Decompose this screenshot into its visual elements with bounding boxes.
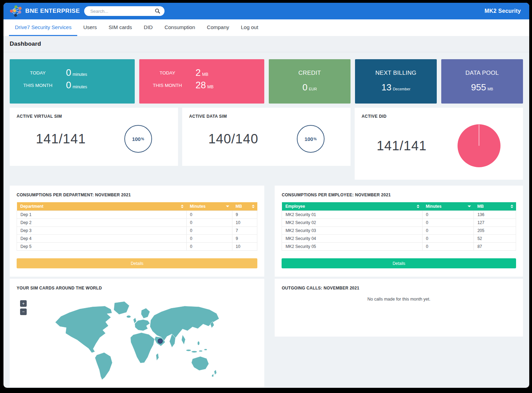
card-credit: CREDIT 0EUR	[269, 59, 351, 104]
brand-logo-icon	[9, 5, 22, 17]
credit-label: CREDIT	[269, 70, 351, 77]
world-map[interactable]: + −	[17, 295, 257, 384]
minutes-today-label: TODAY	[10, 70, 66, 75]
account-name[interactable]: MK2 Security	[485, 8, 521, 14]
data-sim-percent: 100	[304, 136, 313, 142]
pool-label: DATA POOL	[441, 70, 523, 77]
sim-location-marker[interactable]	[158, 339, 162, 343]
employee-name: MK2 Security 05	[282, 243, 422, 251]
department-col-header[interactable]: Department	[17, 202, 187, 211]
virtual-sim-count: 141/141	[36, 132, 86, 146]
nav-item-did[interactable]: DID	[138, 19, 159, 36]
employee-minutes: 0	[422, 243, 474, 251]
dept-minutes: 0	[186, 219, 232, 227]
table-row: Dep 409	[17, 235, 257, 243]
table-row: Dep 2010	[17, 219, 257, 227]
virtual-sim-title: ACTIVE VIRTUAL SIM	[17, 114, 171, 119]
table-row: Dep 307	[17, 227, 257, 235]
map-zoom-in-button[interactable]: +	[20, 300, 27, 307]
search-box[interactable]	[84, 6, 165, 16]
nav-item-drive7[interactable]: Drive7 Security Services	[9, 19, 77, 36]
table-row: MK2 Security 030205	[282, 227, 516, 235]
employee-mb: 52	[474, 235, 516, 243]
dashboard-content: TODAY 0minutes THIS MONTH 0minutes TODAY…	[3, 52, 529, 387]
did-count: 141/141	[376, 139, 426, 153]
map-zoom-out-button[interactable]: −	[20, 309, 27, 315]
employee-name: MK2 Security 04	[282, 235, 422, 243]
minutes-today-unit: minutes	[73, 72, 87, 77]
sort-both-icon[interactable]	[252, 205, 255, 208]
dept-mb: 9	[232, 211, 257, 219]
pool-value: 955	[471, 82, 486, 92]
nav-item-company[interactable]: Company	[201, 19, 235, 36]
outgoing-calls-title: OUTGOING CALLS: NOVEMBER 2021	[282, 286, 516, 291]
search-icon[interactable]	[155, 8, 160, 14]
minutes-col-header[interactable]: Minutes	[186, 202, 232, 211]
minutes-col-header[interactable]: Minutes	[422, 202, 474, 211]
nav-item-sim-cards[interactable]: SIM cards	[103, 19, 138, 36]
virtual-sim-percent: 100	[132, 136, 141, 142]
sort-both-icon[interactable]	[511, 205, 513, 208]
sort-desc-icon[interactable]	[468, 206, 471, 207]
panel-sim-world-map: YOUR SIM CARDS AROUND THE WORLD + −	[10, 279, 264, 387]
sort-both-icon[interactable]	[417, 205, 419, 208]
table-header-row: Employee Minutes MB	[282, 202, 516, 211]
dept-name: Dep 4	[17, 235, 187, 243]
department-table: Department Minutes MB Dep 109 Dep 2010 D…	[17, 202, 257, 251]
nav-item-users[interactable]: Users	[77, 19, 103, 36]
table-row: MK2 Security 05087	[282, 243, 516, 251]
data-month-value: 28	[196, 80, 206, 90]
brand[interactable]: BNE ENTERPRISE	[9, 5, 80, 17]
mb-col-header[interactable]: MB	[474, 202, 516, 211]
employee-name: MK2 Security 03	[282, 227, 422, 235]
world-map-svg	[47, 295, 227, 384]
dept-mb: 10	[232, 243, 257, 251]
dept-name: Dep 5	[17, 243, 187, 251]
department-table-title: CONSUMPTIONS PER DEPARTMENT: NOVEMBER 20…	[17, 193, 257, 197]
employee-table: Employee Minutes MB MK2 Security 010136 …	[282, 202, 516, 251]
stat-cards-row: TODAY 0minutes THIS MONTH 0minutes TODAY…	[10, 59, 523, 104]
minutes-month-value: 0	[66, 80, 71, 90]
app-window: BNE ENTERPRISE MK2 Security Drive7 Secur…	[3, 3, 529, 388]
department-details-button[interactable]: Details	[17, 258, 257, 268]
employee-table-title: CONSUMPTIONS PER EMPLOYEE: NOVEMBER 2021	[282, 193, 516, 197]
data-sim-percent-gauge: 100%	[297, 125, 325, 153]
outgoing-calls-empty-message: No calls made for this month yet.	[282, 297, 516, 302]
panel-consumption-employee: CONSUMPTIONS PER EMPLOYEE: NOVEMBER 2021…	[275, 186, 523, 277]
card-minutes-usage: TODAY 0minutes THIS MONTH 0minutes	[10, 59, 135, 104]
dept-minutes: 0	[186, 235, 232, 243]
nav-item-consumption[interactable]: Consumption	[159, 19, 201, 36]
table-row: Dep 5010	[17, 243, 257, 251]
employee-details-button[interactable]: Details	[282, 258, 516, 268]
sort-both-icon[interactable]	[181, 205, 184, 208]
dept-mb: 10	[232, 219, 257, 227]
bottom-row: YOUR SIM CARDS AROUND THE WORLD + −	[10, 279, 523, 387]
employee-col-header[interactable]: Employee	[282, 202, 422, 211]
employee-mb: 136	[474, 211, 516, 219]
panel-active-data-sim: ACTIVE DATA SIM 140/140 100%	[182, 108, 351, 166]
employee-name: MK2 Security 02	[282, 219, 422, 227]
credit-value: 0	[302, 82, 307, 92]
panel-consumption-department: CONSUMPTIONS PER DEPARTMENT: NOVEMBER 20…	[10, 186, 264, 277]
active-panels-row: ACTIVE VIRTUAL SIM 141/141 100% ACTIVE D…	[10, 108, 523, 180]
data-sim-title: ACTIVE DATA SIM	[189, 114, 344, 119]
credit-unit: EUR	[309, 87, 317, 91]
table-row: MK2 Security 020127	[282, 219, 516, 227]
search-input[interactable]	[90, 9, 155, 14]
panel-outgoing-calls: OUTGOING CALLS: NOVEMBER 2021 No calls m…	[275, 279, 523, 337]
billing-label: NEXT BILLING	[355, 70, 437, 77]
minutes-today-value: 0	[66, 68, 71, 78]
dept-name: Dep 1	[17, 211, 187, 219]
employee-minutes: 0	[422, 235, 474, 243]
minutes-month-unit: minutes	[73, 84, 87, 89]
employee-minutes: 0	[422, 219, 474, 227]
nav-item-logout[interactable]: Log out	[235, 19, 264, 36]
data-today-label: TODAY	[139, 70, 195, 75]
employee-mb: 205	[474, 227, 516, 235]
top-bar: BNE ENTERPRISE MK2 Security	[3, 3, 529, 19]
data-today-unit: MB	[202, 72, 209, 77]
mb-col-header[interactable]: MB	[232, 202, 257, 211]
sort-desc-icon[interactable]	[226, 206, 229, 207]
title-band: Dashboard	[3, 36, 529, 52]
dept-mb: 7	[232, 227, 257, 235]
